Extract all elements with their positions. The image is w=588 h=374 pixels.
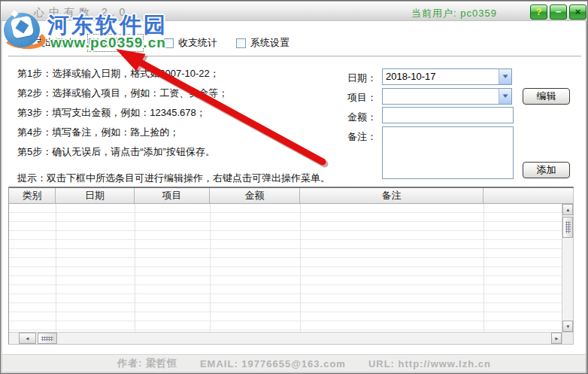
question-icon: ? [536, 6, 542, 17]
thumb-grip [565, 221, 571, 233]
vertical-scroll-thumb[interactable] [562, 217, 573, 238]
column-divider [483, 204, 484, 332]
step-4: 第4步：填写备注，例如：路上捡的； [17, 123, 228, 142]
project-combobox[interactable]: ▼ [382, 88, 512, 105]
minimize-button[interactable]: − [550, 5, 567, 20]
column-header-project[interactable]: 项目 [135, 188, 210, 203]
column-header-date[interactable]: 日期 [56, 188, 135, 203]
date-combobox[interactable]: 2018-10-17 ▼ [382, 68, 512, 85]
thumb-grip [41, 336, 53, 341]
minimize-icon: − [556, 6, 562, 17]
table-header: 类别 日期 项目 金额 备注 [9, 188, 573, 204]
checkbox-settings[interactable]: ✔ [236, 38, 246, 48]
instruction-steps: 第1步：选择或输入日期，格式如2007-10-22； 第2步：选择或输入项目，例… [17, 64, 228, 162]
horizontal-scrollbar[interactable]: ◄ ► [9, 332, 562, 344]
tab-label: 系统设置 [250, 36, 289, 50]
app-window: 心中有数 2.0 当前用户: pc0359 ? − × ✔ 支出记账 ✔ 收入记… [0, 0, 588, 374]
project-dropdown-button[interactable]: ▼ [499, 89, 511, 104]
close-button[interactable]: × [569, 5, 586, 20]
date-label: 日期： [347, 71, 377, 85]
note-label: 备注： [347, 130, 377, 144]
arrow-left-icon: ◄ [25, 336, 29, 340]
watermark-site-url: www.pc0359.cn [50, 35, 166, 51]
step-2: 第2步：选择或输入项目，例如：工资、奖金等； [17, 84, 228, 103]
column-divider [135, 204, 135, 332]
column-header-amount[interactable]: 金额 [210, 188, 300, 203]
tab-statistics[interactable]: ✔ 收支统计 [164, 35, 217, 50]
scroll-up-button[interactable]: ▲ [562, 204, 573, 215]
chevron-down-icon: ▼ [501, 89, 509, 104]
project-label: 项目： [347, 91, 377, 105]
column-divider [56, 204, 56, 332]
tip-text: 提示：双击下框中所选条目可进行编辑操作，右键点击可弹出操作菜单。 [17, 172, 330, 185]
author-text: 作者: 梁哲恒 [117, 357, 177, 370]
records-table[interactable]: 类别 日期 项目 金额 备注 ▲ ▼ ◄ ► [8, 187, 574, 345]
add-button[interactable]: 添加 [523, 162, 570, 178]
table-body[interactable] [9, 204, 562, 332]
scroll-down-button[interactable]: ▼ [562, 321, 573, 332]
close-icon: × [575, 6, 581, 17]
horizontal-scroll-thumb[interactable] [38, 333, 57, 344]
tab-label: 收支统计 [178, 36, 217, 50]
edit-button[interactable]: 编辑 [523, 88, 570, 105]
divider [8, 56, 581, 57]
current-user-label: 当前用户: pc0359 [411, 7, 497, 20]
column-header-category[interactable]: 类别 [9, 188, 56, 203]
step-3: 第3步：填写支出金额，例如：12345.678； [17, 103, 228, 123]
logo-square [11, 15, 35, 38]
scroll-right-button[interactable]: ► [551, 333, 562, 344]
column-header-note[interactable]: 备注 [300, 188, 483, 203]
logo-diamond [15, 20, 29, 34]
arrow-right-icon: ► [554, 336, 559, 340]
chevron-down-icon: ▼ [501, 69, 509, 84]
column-divider [210, 204, 211, 332]
url-text[interactable]: URL: http://www.lzh.cn [368, 358, 491, 369]
scrollbar-corner [562, 332, 573, 344]
amount-input[interactable] [382, 107, 514, 123]
amount-label: 金额： [347, 111, 377, 124]
help-button[interactable]: ? [530, 5, 547, 20]
arrow-up-icon: ▲ [565, 207, 570, 211]
tab-settings[interactable]: ✔ 系统设置 [236, 35, 289, 50]
window-controls: ? − × [530, 5, 586, 20]
step-5: 第5步：确认无误后，请点击“添加”按钮保存。 [17, 142, 228, 162]
column-header-spacer [483, 188, 573, 203]
vertical-scrollbar[interactable]: ▲ ▼ [562, 204, 573, 332]
arrow-down-icon: ▼ [565, 324, 570, 328]
date-value: 2018-10-17 [386, 71, 436, 82]
date-dropdown-button[interactable]: ▼ [499, 69, 511, 84]
step-1: 第1步：选择或输入日期，格式如2007-10-22； [17, 64, 228, 84]
status-bar: 作者: 梁哲恒 EMAIL: 19776655@163.com URL: htt… [2, 354, 586, 372]
scroll-left-button[interactable]: ◄ [19, 333, 36, 344]
watermark-logo-icon [2, 11, 47, 49]
email-text: EMAIL: 19776655@163.com [200, 358, 346, 369]
column-divider [300, 204, 301, 332]
note-textarea[interactable] [382, 126, 514, 179]
